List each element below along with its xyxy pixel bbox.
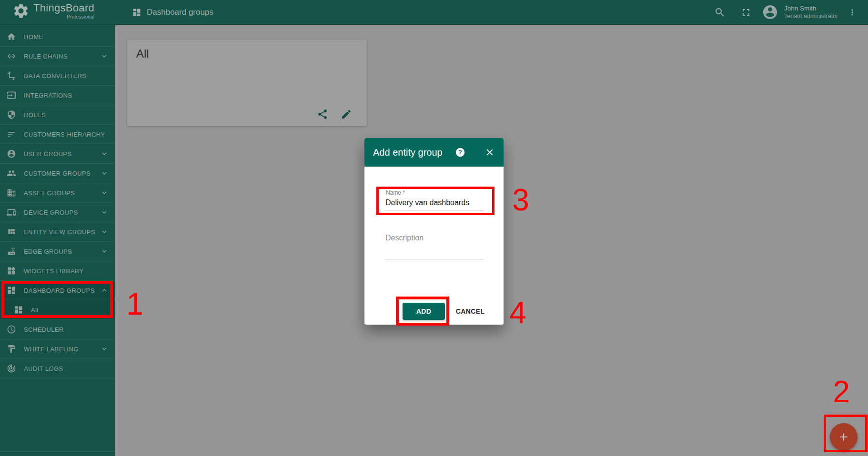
thingsboard-app: ThingsBoard Professional Dashboard group…: [0, 0, 868, 456]
description-input[interactable]: [385, 232, 484, 244]
annotation-step-2: 2: [833, 377, 850, 407]
help-button[interactable]: ?: [455, 147, 465, 158]
annotation-box-sidebar-dashboard-groups: [1, 281, 113, 318]
help-icon: ?: [455, 147, 465, 158]
dialog-title: Add entity group: [373, 138, 443, 167]
dialog-header: Add entity group ?: [364, 138, 504, 167]
annotation-box-add-button: [396, 297, 449, 326]
cancel-button[interactable]: CANCEL: [451, 303, 490, 320]
annotation-step-3: 3: [512, 185, 529, 215]
annotation-box-fab: [824, 415, 868, 452]
description-field-underline: [385, 259, 484, 259]
annotation-box-name-field: [376, 187, 495, 215]
close-dialog-button[interactable]: [484, 147, 495, 158]
close-icon: [484, 147, 495, 158]
annotation-step-4: 4: [509, 297, 526, 328]
annotation-step-1: 1: [126, 289, 143, 319]
svg-text:?: ?: [458, 149, 462, 156]
